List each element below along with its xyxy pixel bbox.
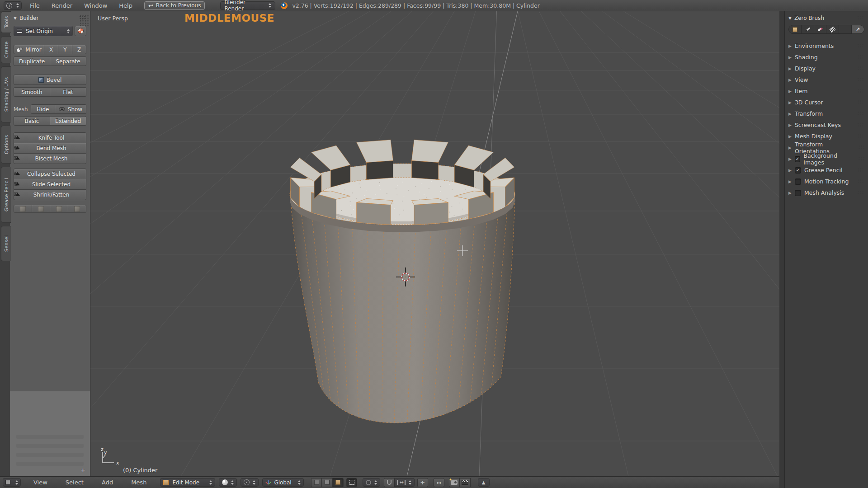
grip-dots-icon[interactable] <box>858 179 864 184</box>
shelf-tab-create[interactable]: Create <box>1 36 11 63</box>
3d-viewport[interactable]: User Persp MIDDLEMOUSE (0) Cylinder z y … <box>90 11 779 476</box>
panel-section-mesh-analysis[interactable]: ▶Mesh Analysis <box>788 187 864 198</box>
menu-render[interactable]: Render <box>52 2 72 9</box>
shelf-tab-sensei[interactable]: Sensei <box>1 226 11 261</box>
separate-button[interactable]: Separate <box>50 56 86 66</box>
mode-dropdown[interactable]: Edit Mode <box>160 478 215 487</box>
snap-target-button[interactable]: + <box>417 478 428 487</box>
proportional-edit-dropdown[interactable] <box>363 478 380 487</box>
menu-window[interactable]: Window <box>84 2 107 9</box>
region-divider[interactable] <box>779 11 784 488</box>
grip-dots-icon[interactable] <box>858 44 864 48</box>
show-button[interactable]: Show <box>55 104 86 114</box>
panel-section-mesh-display[interactable]: ▶Mesh Display <box>788 131 864 142</box>
panel-section-screencast-keys[interactable]: ▶Screencast Keys <box>788 119 864 131</box>
grip-dots-icon[interactable] <box>858 191 864 195</box>
panel-section-background-images[interactable]: ▶✓Background Images <box>788 153 864 164</box>
bevel-button[interactable]: Bevel <box>14 75 86 85</box>
panel-section-motion-tracking[interactable]: ▶Motion Tracking <box>788 176 864 187</box>
grip-dots-icon[interactable] <box>858 168 864 173</box>
viewport-menu-view[interactable]: View <box>33 479 47 486</box>
grip-dots-icon[interactable] <box>859 145 864 150</box>
panel-section-3d-cursor[interactable]: ▶3D Cursor <box>788 97 864 108</box>
checkbox[interactable]: ✓ <box>795 167 801 174</box>
duplicate-button[interactable]: Duplicate <box>14 56 50 66</box>
origin-options-button[interactable] <box>75 26 86 36</box>
viewport-shading-dropdown[interactable] <box>219 478 237 487</box>
expand-button[interactable]: ↗ <box>852 25 864 33</box>
mirror-z-button[interactable]: Z <box>72 45 86 54</box>
opengl-animation-button[interactable] <box>460 478 471 487</box>
3d-viewport-scene[interactable] <box>90 11 779 476</box>
panel-section-item[interactable]: ▶Item <box>788 85 864 97</box>
render-engine-dropdown[interactable]: Blender Render <box>220 1 275 10</box>
shelf-tab-tools[interactable]: Tools <box>1 11 11 33</box>
panel-section-shading[interactable]: ▶Shading <box>788 52 864 63</box>
region-corner-grip[interactable] <box>80 15 90 26</box>
grip-dots-icon[interactable] <box>858 112 864 116</box>
mirror-x-button[interactable]: X <box>44 45 58 54</box>
editor-type-dropdown[interactable] <box>3 478 21 487</box>
checkbox[interactable] <box>795 178 801 185</box>
tab-basic[interactable]: Basic <box>14 116 50 126</box>
collapse-selected-button[interactable]: Collapse Selected <box>14 169 86 179</box>
checkbox[interactable]: ✓ <box>795 156 800 162</box>
tab-extended[interactable]: Extended <box>50 116 86 126</box>
shade-smooth-button[interactable]: Smooth <box>14 87 50 97</box>
edge-select-button[interactable] <box>322 478 333 487</box>
mini-display-button-2[interactable] <box>50 205 68 213</box>
back-to-previous-button[interactable]: ↩ Back to Previous <box>144 1 205 10</box>
viewport-menu-add[interactable]: Add <box>102 479 113 486</box>
hide-button[interactable]: Hide <box>31 104 55 114</box>
mirror-y-button[interactable]: Y <box>58 45 72 54</box>
face-select-button[interactable] <box>333 478 344 487</box>
manipulate-centers-button[interactable]: ▸◂ <box>434 478 444 487</box>
mirror-button[interactable]: Mirror <box>14 45 44 54</box>
collapse-menus-button[interactable]: ▲ <box>478 478 490 487</box>
grip-dots-icon[interactable] <box>858 123 864 127</box>
editor-type-dropdown[interactable]: i <box>4 1 22 10</box>
menu-file[interactable]: File <box>30 2 40 9</box>
grip-dots-icon[interactable] <box>858 78 864 82</box>
panel-section-transform-orientations[interactable]: ▶Transform Orientations <box>788 142 864 153</box>
opengl-render-button[interactable]: ✦ <box>449 478 460 487</box>
bend-mesh-button[interactable]: Bend Mesh <box>14 143 86 154</box>
panel-section-display[interactable]: ▶Display <box>788 63 864 74</box>
transform-orientation-dropdown[interactable]: Global <box>262 478 304 487</box>
mini-display-button-3[interactable] <box>68 205 86 213</box>
grip-dots-icon[interactable] <box>858 134 864 139</box>
limit-to-visible-button[interactable] <box>346 478 357 487</box>
knife-tool-button[interactable] <box>814 25 827 33</box>
pivot-point-dropdown[interactable] <box>241 478 259 487</box>
set-origin-dropdown[interactable]: Set Origin <box>14 26 73 36</box>
grip-dots-icon[interactable] <box>859 157 864 161</box>
viewport-menu-select[interactable]: Select <box>66 479 84 486</box>
cube-tool-button[interactable] <box>789 25 802 33</box>
shade-flat-button[interactable]: Flat <box>50 87 86 97</box>
snap-toggle-button[interactable] <box>384 478 395 487</box>
mini-display-button-0[interactable] <box>14 205 32 213</box>
panel-header-builder[interactable]: ▼ Builder <box>14 14 86 22</box>
panel-section-view[interactable]: ▶View <box>788 74 864 85</box>
slide-selected-button[interactable]: Slide Selected <box>14 179 86 190</box>
comb-tool-button[interactable] <box>826 25 839 33</box>
bisect-mesh-button[interactable]: Bisect Mesh <box>14 153 86 164</box>
checkbox[interactable] <box>795 190 801 196</box>
shrink-fatten-button[interactable]: Shrink/Fatten <box>14 189 86 200</box>
shelf-tab-shading-uvs[interactable]: Shading / UVs <box>1 66 11 122</box>
viewport-menu-mesh[interactable]: Mesh <box>131 479 146 486</box>
grip-dots-icon[interactable] <box>858 55 864 60</box>
panel-section-environments[interactable]: ▶Environments <box>788 40 864 52</box>
panel-header-zero-brush[interactable]: ▼ Zero Brush <box>788 14 864 22</box>
empty-slot[interactable] <box>839 25 852 33</box>
panel-section-grease-pencil[interactable]: ▶✓Grease Pencil <box>788 164 864 176</box>
panel-section-transform[interactable]: ▶Transform <box>788 108 864 119</box>
shelf-tab-grease-pencil[interactable]: Grease Pencil <box>1 167 11 223</box>
grip-dots-icon[interactable] <box>858 89 864 94</box>
knife-tool-button[interactable]: Knife Tool <box>14 132 86 143</box>
mini-display-button-1[interactable] <box>32 205 50 213</box>
grip-dots-icon[interactable] <box>858 100 864 105</box>
grip-dots-icon[interactable] <box>858 66 864 71</box>
snap-element-dropdown[interactable]: ↔ <box>395 478 414 487</box>
menu-help[interactable]: Help <box>119 2 132 9</box>
